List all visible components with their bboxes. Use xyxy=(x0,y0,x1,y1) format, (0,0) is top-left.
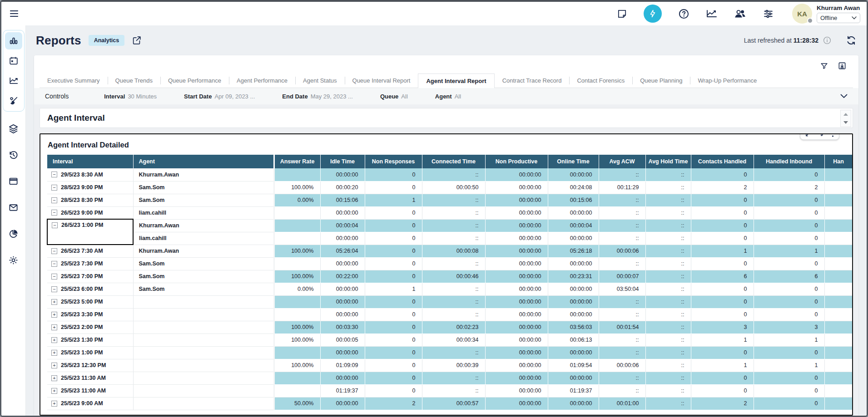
column-header-online-time[interactable]: Online Time xyxy=(548,155,599,168)
sidebar-item-reports[interactable] xyxy=(5,32,22,49)
column-header-agent[interactable]: Agent xyxy=(133,155,274,168)
column-header-han[interactable]: Han xyxy=(824,155,853,168)
interval-cell[interactable]: +25/5/23 3:30 PM xyxy=(47,308,133,321)
filter-icon[interactable] xyxy=(820,62,828,70)
interval-cell[interactable]: −26/5/23 7:30 AM xyxy=(47,245,133,257)
interval-cell[interactable]: +25/5/23 2:00 PM xyxy=(47,321,133,334)
collapse-row-icon[interactable]: − xyxy=(51,172,57,177)
interval-cell[interactable]: −28/5/23 9:00 PM xyxy=(47,181,133,194)
tab-queue-trends[interactable]: Queue Trends xyxy=(108,74,160,88)
interval-cell[interactable]: +25/5/23 1:00 PM xyxy=(47,346,133,359)
interval-cell[interactable]: −26/5/23 1:00 PM xyxy=(47,219,133,245)
expand-row-icon[interactable]: + xyxy=(51,350,57,356)
tab-wrap-up-performance[interactable]: Wrap-Up Performance xyxy=(690,74,764,88)
interval-cell[interactable]: −25/5/23 7:00 PM xyxy=(47,270,133,283)
interval-cell[interactable]: +25/5/23 1:30 PM xyxy=(47,334,133,346)
expand-row-icon[interactable]: + xyxy=(51,388,57,394)
tab-agent-performance[interactable]: Agent Performance xyxy=(229,74,295,88)
column-header-contacts-handled[interactable]: Contacts Handled xyxy=(691,155,754,168)
filter-start-date[interactable]: Start DateApr 09, 2023 ... xyxy=(184,93,255,100)
tab-agent-interval-report[interactable]: Agent Interval Report xyxy=(418,74,494,88)
expand-row-icon[interactable]: + xyxy=(51,401,57,407)
interval-cell[interactable]: +25/5/23 5:00 PM xyxy=(47,295,133,308)
settings-sliders-icon[interactable] xyxy=(763,8,774,20)
tab-executive-summary[interactable]: Executive Summary xyxy=(40,74,108,88)
line-chart-icon[interactable] xyxy=(706,8,718,19)
sidebar-item-mail[interactable] xyxy=(5,199,22,216)
collapse-row-icon[interactable]: − xyxy=(51,210,57,216)
status-select[interactable]: Offline xyxy=(817,13,860,23)
expand-row-icon[interactable]: + xyxy=(51,312,57,318)
collapse-row-icon[interactable]: − xyxy=(51,286,57,292)
interval-cell[interactable]: −29/5/23 8:30 AM xyxy=(47,168,133,181)
quick-actions-bolt-icon[interactable] xyxy=(644,5,662,23)
column-header-interval[interactable]: Interval xyxy=(47,155,133,168)
column-header-non-productive[interactable]: Non Productive xyxy=(485,155,548,168)
collapse-row-icon[interactable]: − xyxy=(51,197,57,203)
visual-filter-icon[interactable] xyxy=(816,133,828,138)
sidebar-item-layers[interactable] xyxy=(5,120,22,137)
tab-contact-forensics[interactable]: Contact Forensics xyxy=(569,74,632,88)
sidebar-item-settings[interactable] xyxy=(5,251,22,269)
column-header-avg-acw[interactable]: Avg ACW xyxy=(599,155,645,168)
sidebar-item-calendar[interactable] xyxy=(5,52,22,69)
filter-agent[interactable]: AgentAll xyxy=(435,93,461,100)
collapse-row-icon[interactable]: − xyxy=(51,248,57,254)
column-header-avg-hold-time[interactable]: Avg Hold Time xyxy=(645,155,691,168)
filter-interval[interactable]: Interval30 Minutes xyxy=(104,93,157,100)
column-header-connected-time[interactable]: Connected Time xyxy=(422,155,485,168)
info-icon[interactable] xyxy=(823,36,831,44)
sidebar-item-trends[interactable] xyxy=(5,72,22,89)
users-icon[interactable] xyxy=(734,8,746,19)
tab-contract-trace-record[interactable]: Contract Trace Record xyxy=(495,74,570,88)
sidebar-item-design[interactable] xyxy=(5,92,22,109)
expand-row-icon[interactable]: + xyxy=(51,299,57,305)
interval-cell[interactable]: −26/5/23 9:00 PM xyxy=(47,206,133,219)
interval-cell[interactable]: +25/5/23 12:30 PM xyxy=(47,359,133,372)
table-scrollbar[interactable] xyxy=(853,155,853,410)
metric-cell: 0 xyxy=(691,372,754,384)
sidebar-item-pie[interactable] xyxy=(5,225,22,242)
help-icon[interactable] xyxy=(678,8,689,20)
open-in-new-icon[interactable] xyxy=(132,35,142,45)
more-options-icon[interactable] xyxy=(829,133,836,138)
tab-queue-performance[interactable]: Queue Performance xyxy=(160,74,229,88)
interval-cell[interactable]: −28/5/23 8:30 PM xyxy=(47,194,133,206)
metric-cell: 00:00:00 xyxy=(548,206,599,219)
note-icon[interactable] xyxy=(617,9,627,19)
expand-row-icon[interactable]: + xyxy=(51,324,57,330)
avatar[interactable]: KA xyxy=(792,4,812,24)
sidebar-item-browser[interactable] xyxy=(5,172,22,190)
column-header-idle-time[interactable]: Idle Time xyxy=(320,155,365,168)
interval-cell[interactable]: −25/5/23 6:00 PM xyxy=(47,283,133,295)
agent-cell xyxy=(133,321,274,334)
collapse-row-icon[interactable]: − xyxy=(52,222,58,228)
tab-queue-interval-report[interactable]: Queue Interval Report xyxy=(345,74,418,88)
menu-icon[interactable] xyxy=(9,8,20,19)
interval-cell[interactable]: −25/5/23 7:30 PM xyxy=(47,257,133,270)
scroll-up-icon[interactable] xyxy=(841,110,851,118)
expand-row-icon[interactable]: + xyxy=(51,375,57,381)
expand-row-icon[interactable]: + xyxy=(51,363,57,368)
column-header-non-responses[interactable]: Non Responses xyxy=(365,155,422,168)
column-header-handled-inbound[interactable]: Handled Inbound xyxy=(754,155,824,168)
download-icon[interactable] xyxy=(838,61,847,70)
sidebar-item-history[interactable] xyxy=(5,146,22,163)
agent-interval-detailed-panel[interactable]: Agent Interval Detailed IntervalAgentAns… xyxy=(40,133,853,416)
column-header-answer-rate[interactable]: Answer Rate xyxy=(274,155,320,168)
collapse-row-icon[interactable]: − xyxy=(51,185,57,191)
scroll-down-icon[interactable] xyxy=(841,118,851,127)
interval-cell[interactable]: +25/5/23 11:00 AM xyxy=(47,384,133,397)
collapse-row-icon[interactable]: − xyxy=(51,274,57,280)
expand-row-icon[interactable]: + xyxy=(51,337,57,343)
interval-cell[interactable]: +25/5/23 11:30 AM xyxy=(47,372,133,384)
controls-collapse-chevron-icon[interactable] xyxy=(840,94,848,98)
refresh-icon[interactable] xyxy=(846,35,857,46)
collapse-row-icon[interactable]: − xyxy=(51,261,57,267)
interval-cell[interactable]: +25/5/23 9:00 AM xyxy=(47,397,133,410)
focus-mode-icon[interactable] xyxy=(803,133,814,138)
tab-agent-status[interactable]: Agent Status xyxy=(295,74,344,88)
tab-queue-planning[interactable]: Queue Planning xyxy=(632,74,690,88)
filter-end-date[interactable]: End DateMay 29, 2023 ... xyxy=(282,93,353,100)
filter-queue[interactable]: QueueAll xyxy=(380,93,408,100)
